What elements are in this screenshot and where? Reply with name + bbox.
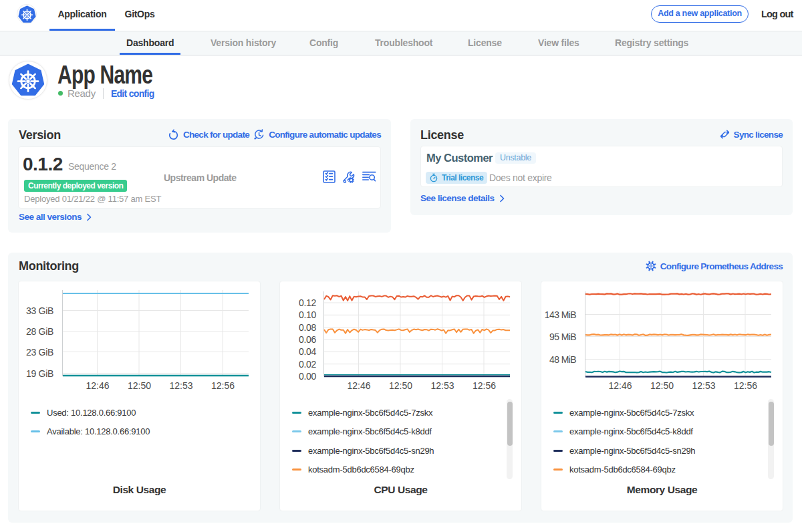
svg-text:12:50: 12:50 (389, 380, 412, 391)
svg-text:28 GiB: 28 GiB (26, 326, 53, 337)
svg-text:12:53: 12:53 (430, 380, 454, 391)
svg-text:12:46: 12:46 (347, 380, 370, 391)
svg-text:0.08: 0.08 (299, 322, 317, 333)
svg-text:12:53: 12:53 (169, 380, 192, 391)
svg-text:48 MiB: 48 MiB (549, 354, 576, 365)
svg-text:12:53: 12:53 (692, 380, 715, 391)
svg-text:23 GiB: 23 GiB (26, 347, 53, 358)
svg-text:0.12: 0.12 (299, 297, 317, 308)
svg-text:0.04: 0.04 (299, 346, 317, 357)
svg-text:12:46: 12:46 (86, 380, 109, 391)
svg-text:143 MiB: 143 MiB (545, 309, 576, 320)
svg-text:0.02: 0.02 (299, 359, 317, 370)
svg-text:0.06: 0.06 (299, 334, 317, 345)
svg-text:12:50: 12:50 (128, 380, 151, 391)
svg-text:19 GiB: 19 GiB (26, 368, 53, 379)
svg-text:12:56: 12:56 (473, 380, 496, 391)
svg-text:0.10: 0.10 (299, 309, 317, 320)
svg-text:33 GiB: 33 GiB (26, 305, 53, 316)
svg-text:12:56: 12:56 (734, 380, 757, 391)
svg-text:12:46: 12:46 (608, 380, 632, 391)
svg-text:95 MiB: 95 MiB (549, 331, 576, 342)
svg-text:12:56: 12:56 (211, 380, 235, 391)
svg-text:12:50: 12:50 (650, 380, 674, 391)
svg-text:0.00: 0.00 (299, 371, 317, 382)
